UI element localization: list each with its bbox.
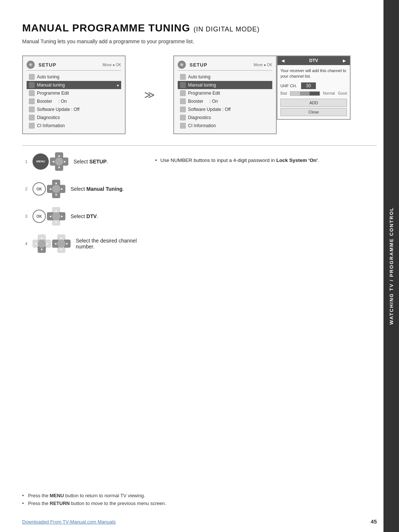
screen2-with-popup: SETUP Move ● OK Auto tuning Manual tunin… (173, 55, 351, 134)
step-4-buttons: ▲ ▼ ◄ ► ▲ ▼ ◄ ► (33, 234, 71, 253)
dpad-3: ▲ ▼ ◄ ► (47, 207, 65, 226)
footer-link[interactable]: Downloaded From TV-Manual.com Manuals (22, 519, 116, 525)
menu-item-auto-tuning-2: Auto tuning (178, 73, 272, 81)
ok-button-3[interactable]: OK (33, 210, 46, 223)
menu-icon-5 (29, 106, 35, 112)
dtv-arrow-right: ► (342, 58, 347, 64)
page-subtitle: Manual Tuning lets you manually add a pr… (22, 38, 377, 44)
signal-good: Good (338, 91, 347, 95)
screen1-header: SETUP Move ● OK (27, 61, 121, 71)
steps-section: 1 MENU ▲ ▼ ◄ ► Select SETUP. (22, 152, 377, 262)
step-1-row: 1 MENU ▲ ▼ ◄ ► Select SETUP. (22, 152, 140, 171)
dtv-uhf-row: UHF CH. 30 (280, 82, 347, 89)
step-4-text: Select the desired channel number. (76, 238, 140, 250)
footer-note-1: Press the MENU button to return to norma… (22, 493, 377, 498)
menu-item-ci-info-2: CI Information (178, 122, 272, 130)
screen-2: SETUP Move ● OK Auto tuning Manual tunin… (173, 55, 277, 134)
step-3-row: 3 OK ▲ ▼ ◄ ► Select DTV. (22, 207, 140, 226)
step-1-buttons: MENU ▲ ▼ ◄ ► (33, 152, 68, 171)
page-number: 45 (371, 518, 377, 525)
menu-item-booster-1: Booster : On (27, 97, 121, 105)
dtv-panel-header: ◄ DTV ► (277, 56, 350, 65)
menu-icon2-6 (180, 115, 186, 121)
step-2-row: 2 OK ▲ ▼ ◄ ► Select Manual Tuning. (22, 180, 140, 198)
step-3-text: Select DTV. (71, 213, 98, 219)
step-1-text: Select SETUP. (74, 159, 108, 165)
screen-1: SETUP Move ● OK Auto tuning Manual tunin… (22, 55, 126, 134)
menu-item-diagnostics-2: Diagnostics (178, 113, 272, 122)
menu-icon2-3 (180, 90, 186, 96)
dtv-arrow-left: ◄ (280, 58, 286, 64)
screen2-header: SETUP Move ● OK (178, 61, 272, 71)
menu-icon-6 (29, 115, 35, 121)
menu-icon-7 (29, 123, 35, 129)
dtv-uhf-value: 30 (301, 82, 316, 89)
page-title-normal: (IN DIGITAL MODE) (194, 26, 260, 33)
dtv-panel: ◄ DTV ► Your receiver will add this chan… (277, 55, 351, 120)
ok-button-2[interactable]: OK (33, 182, 46, 196)
dpad-4b: ▲ ▼ ◄ ► (52, 234, 71, 253)
screen1-title: SETUP (38, 62, 56, 68)
right-note-1: Use NUMBER buttons to input a 4-digit pa… (155, 156, 377, 165)
menu-item-manual-tuning-2: Manual tuning (178, 81, 272, 89)
step-1-number: 1 (22, 159, 27, 164)
menu-item-auto-tuning-1: Auto tuning (27, 73, 121, 81)
menu-icon2-4 (180, 98, 186, 104)
steps-left: 1 MENU ▲ ▼ ◄ ► Select SETUP. (22, 152, 140, 262)
menu-item-software-2: Software Update : Off (178, 105, 272, 113)
step-2-number: 2 (22, 187, 27, 191)
menu-icon2-7 (180, 123, 186, 129)
menu-icon-2 (29, 82, 35, 88)
dtv-description: Your receiver will add this channel to y… (280, 68, 347, 79)
add-button[interactable]: ADD (280, 99, 347, 107)
close-button[interactable]: Close (280, 108, 347, 116)
menu-item-ci-info-1: CI Information (27, 122, 121, 130)
menu-item-software-1: Software Update : Off (27, 105, 121, 113)
screens-row: SETUP Move ● OK Auto tuning Manual tunin… (22, 55, 377, 134)
steps-right: Use NUMBER buttons to input a 4-digit pa… (155, 152, 377, 262)
screen1-icon (27, 61, 35, 69)
step-2-buttons: OK ▲ ▼ ◄ ► (33, 180, 65, 198)
step-2-text: Select Manual Tuning. (71, 186, 124, 192)
menu-icon2-5 (180, 106, 186, 112)
arrow-right: ≫ (144, 89, 155, 101)
menu-icon-4 (29, 98, 35, 104)
dpad-2: ▲ ▼ ◄ ► (47, 180, 65, 198)
page-title-bold: MANUAL PROGRAMME TUNING (22, 22, 190, 34)
section-divider (22, 145, 377, 146)
screen2-nav: Move ● OK (254, 63, 273, 67)
step-3-number: 3 (22, 214, 27, 218)
dtv-signal-row: Bad Normal Good (280, 91, 347, 96)
menu-item-prog-edit-2: Programme Edit (178, 89, 272, 97)
menu-button[interactable]: MENU (33, 153, 49, 170)
signal-bad: Bad (280, 91, 287, 95)
dpad-4a: ▲ ▼ ◄ ► (33, 234, 51, 253)
menu-item-prog-edit-1: Programme Edit (27, 89, 121, 97)
step-3-buttons: OK ▲ ▼ ◄ ► (33, 207, 65, 226)
signal-normal: Normal (323, 91, 335, 95)
dpad-1: ▲ ▼ ◄ ► (50, 152, 68, 171)
dtv-uhf-label: UHF CH. (280, 84, 299, 88)
menu-icon2-2 (180, 82, 186, 88)
menu-icon2-1 (180, 74, 186, 80)
step-4-row: 4 ▲ ▼ ◄ ► ▲ ▼ ◄ ► (22, 234, 140, 253)
page-title: MANUAL PROGRAMME TUNING (IN DIGITAL MODE… (22, 22, 377, 34)
signal-bar (290, 91, 320, 96)
screen2-icon (178, 61, 186, 69)
menu-icon-1 (29, 74, 35, 80)
menu-item-manual-tuning-1: Manual tuning ● (27, 81, 121, 89)
screen1-nav: Move ● OK (103, 63, 122, 67)
menu-item-booster-2: Booster : On (178, 97, 272, 105)
dtv-panel-body: Your receiver will add this channel to y… (277, 65, 350, 119)
footer-note-list: Press the MENU button to return to norma… (22, 493, 377, 506)
dtv-title: DTV (309, 58, 318, 63)
footer-notes: Press the MENU button to return to norma… (22, 493, 377, 510)
right-notes: Use NUMBER buttons to input a 4-digit pa… (155, 156, 377, 165)
menu-item-diagnostics-1: Diagnostics (27, 113, 121, 122)
menu-icon-3 (29, 90, 35, 96)
step-4-number: 4 (22, 241, 27, 246)
screen2-title: SETUP (190, 62, 207, 68)
footer-note-2: Press the RETURN button to move to the p… (22, 501, 377, 506)
